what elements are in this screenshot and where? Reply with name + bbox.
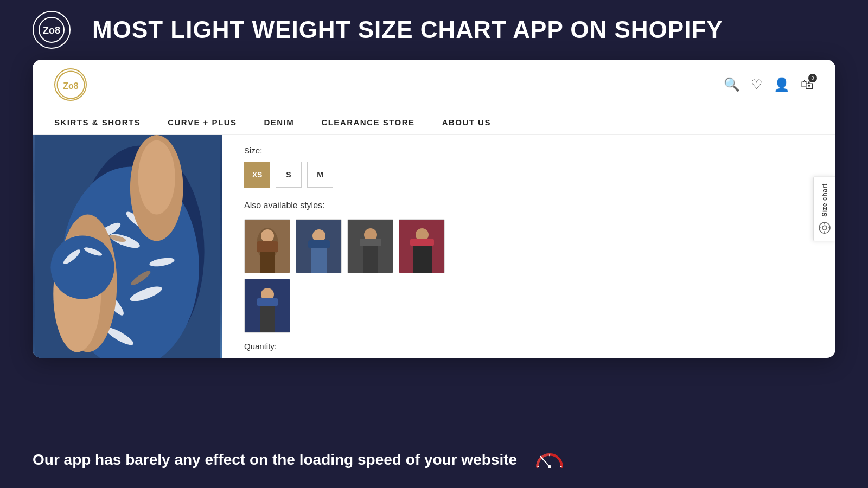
product-details: Size: XS S M Also available styles: <box>222 135 835 358</box>
svg-rect-29 <box>260 249 275 273</box>
svg-rect-34 <box>308 240 330 248</box>
product-image <box>33 135 222 358</box>
size-options: XS S M <box>244 162 814 188</box>
svg-point-25 <box>138 140 175 215</box>
nav-curve-plus[interactable]: CURVE + PLUS <box>168 118 237 127</box>
svg-rect-45 <box>260 302 275 333</box>
bottom-bar: Our app has barely any effect on the loa… <box>0 431 868 488</box>
size-xs-button[interactable]: XS <box>244 162 270 188</box>
search-icon[interactable]: 🔍 <box>724 77 740 92</box>
style-thumb-2[interactable] <box>296 219 342 273</box>
store-header: Zo8 🔍 ♡ 👤 🛍 0 <box>33 60 835 110</box>
account-icon[interactable]: 👤 <box>774 77 790 92</box>
top-bar: Zo8 MOST LIGHT WEIGHT SIZE CHART APP ON … <box>0 0 868 60</box>
size-chart-tab[interactable]: Size chart <box>813 176 835 241</box>
style-thumb-3[interactable] <box>347 219 393 273</box>
nav-about-us[interactable]: ABOUT US <box>442 118 491 127</box>
size-m-button[interactable]: M <box>307 162 333 188</box>
size-chart-label: Size chart <box>821 183 828 217</box>
svg-rect-41 <box>413 242 432 273</box>
style-thumb-1[interactable] <box>244 219 290 273</box>
svg-text:Zo8: Zo8 <box>63 81 79 91</box>
cart-icon-wrap[interactable]: 🛍 0 <box>801 77 814 92</box>
also-available-label: Also available styles: <box>244 201 814 210</box>
speedometer-svg <box>533 447 566 472</box>
style-thumb-4[interactable] <box>399 219 445 273</box>
svg-point-54 <box>548 465 551 468</box>
style-thumb-5[interactable] <box>244 279 290 333</box>
svg-line-53 <box>541 457 550 467</box>
product-photo <box>33 135 222 358</box>
store-icons: 🔍 ♡ 👤 🛍 0 <box>724 77 814 92</box>
app-logo: Zo8 <box>33 11 71 49</box>
browser-mockup: Zo8 🔍 ♡ 👤 🛍 0 SKIRTS & SHORTS CURVE + PL… <box>33 60 835 358</box>
store-content: Size: XS S M Also available styles: <box>33 135 835 358</box>
svg-text:Zo8: Zo8 <box>43 25 60 36</box>
svg-rect-37 <box>363 242 378 273</box>
svg-rect-33 <box>311 244 327 273</box>
cart-badge: 0 <box>808 74 817 82</box>
page-title: MOST LIGHT WEIGHT SIZE CHART APP ON SHOP… <box>92 16 723 43</box>
svg-point-48 <box>822 226 827 230</box>
speedometer-icon <box>533 447 566 472</box>
size-label: Size: <box>244 146 814 155</box>
svg-point-21 <box>50 236 114 299</box>
size-s-button[interactable]: S <box>276 162 302 188</box>
wishlist-icon[interactable]: ♡ <box>751 77 763 92</box>
quantity-label: Quantity: <box>244 342 814 351</box>
nav-skirts-shorts[interactable]: SKIRTS & SHORTS <box>54 118 141 127</box>
svg-rect-46 <box>257 298 278 306</box>
style-thumbnails-row2 <box>244 279 814 333</box>
store-nav: SKIRTS & SHORTS CURVE + PLUS DENIM CLEAR… <box>33 110 835 135</box>
svg-rect-30 <box>257 241 278 252</box>
svg-rect-42 <box>410 239 434 246</box>
store-logo: Zo8 <box>54 68 87 101</box>
svg-rect-38 <box>360 239 381 246</box>
svg-point-28 <box>261 229 274 242</box>
nav-denim[interactable]: DENIM <box>264 118 295 127</box>
size-chart-icon <box>818 221 831 234</box>
bottom-text: Our app has barely any effect on the loa… <box>33 451 517 468</box>
nav-clearance-store[interactable]: CLEARANCE STORE <box>321 118 414 127</box>
style-thumbnails-row1 <box>244 219 814 273</box>
